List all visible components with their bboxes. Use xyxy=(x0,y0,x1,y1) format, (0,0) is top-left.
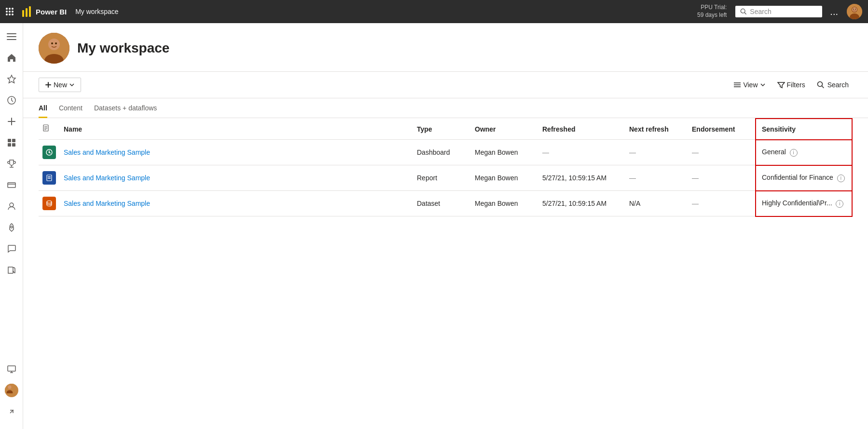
search-button[interactable]: Search xyxy=(813,78,853,92)
row-refreshed: 5/27/21, 10:59:15 AM xyxy=(538,165,625,191)
search-icon xyxy=(817,81,825,89)
svg-point-64 xyxy=(47,201,52,203)
info-icon[interactable]: i xyxy=(790,149,798,157)
col-header-name: Name xyxy=(60,119,413,140)
row-type: Dataset xyxy=(413,191,471,216)
sidebar-item-deploy[interactable] xyxy=(2,218,21,237)
col-header-sensitivity: Sensitivity xyxy=(756,119,852,140)
topbar-search[interactable]: Search xyxy=(735,6,822,17)
table-row: Sales and Marketing Sample Dataset Megan… xyxy=(39,191,852,216)
svg-rect-13 xyxy=(7,39,16,40)
row-sensitivity: General i xyxy=(756,140,852,165)
col-header-refreshed: Refreshed xyxy=(538,119,625,140)
sidebar-item-menu[interactable] xyxy=(2,27,21,46)
sidebar xyxy=(0,23,23,429)
workspace-title: My workspace xyxy=(77,40,169,56)
row-owner: Megan Bowen xyxy=(471,140,538,165)
svg-point-27 xyxy=(11,226,13,228)
tab-datasets[interactable]: Datasets + dataflows xyxy=(94,98,157,118)
row-next-refresh: — xyxy=(625,140,688,165)
svg-rect-11 xyxy=(7,33,16,34)
row-refreshed: — xyxy=(538,140,625,165)
svg-rect-12 xyxy=(7,36,16,37)
tab-content[interactable]: Content xyxy=(59,98,83,118)
col-header-type: Type xyxy=(413,119,471,140)
user-avatar-topbar[interactable] xyxy=(847,4,862,19)
info-icon[interactable]: i xyxy=(836,200,843,208)
svg-rect-53 xyxy=(48,176,51,177)
row-name[interactable]: Sales and Marketing Sample xyxy=(60,191,413,216)
svg-rect-18 xyxy=(8,139,11,142)
app-logo[interactable]: Power BI xyxy=(21,6,67,17)
row-next-refresh: N/A xyxy=(625,191,688,216)
svg-rect-2 xyxy=(29,6,31,17)
row-next-refresh: — xyxy=(625,165,688,191)
new-button[interactable]: New xyxy=(39,78,81,92)
plus-icon xyxy=(45,81,52,88)
sidebar-item-expand[interactable] xyxy=(2,402,21,421)
search-icon-topbar xyxy=(740,8,747,15)
app-name: Power BI xyxy=(36,8,67,16)
view-label: View xyxy=(743,81,758,89)
svg-point-35 xyxy=(48,39,60,50)
svg-rect-20 xyxy=(8,143,11,147)
topbar-search-label: Search xyxy=(750,8,771,15)
tabs: All Content Datasets + dataflows xyxy=(23,98,868,118)
sidebar-item-create[interactable] xyxy=(2,112,21,131)
svg-point-10 xyxy=(855,9,856,10)
row-endorsement: — xyxy=(688,191,756,216)
row-name[interactable]: Sales and Marketing Sample xyxy=(60,165,413,191)
sidebar-item-apps[interactable] xyxy=(2,133,21,152)
row-icon-cell xyxy=(39,165,60,191)
row-refreshed: 5/27/21, 10:59:15 AM xyxy=(538,191,625,216)
svg-marker-14 xyxy=(8,75,15,83)
row-name[interactable]: Sales and Marketing Sample xyxy=(60,140,413,165)
workspace-name-topbar: My workspace xyxy=(75,8,118,15)
svg-rect-28 xyxy=(8,366,15,371)
sidebar-item-home[interactable] xyxy=(2,48,21,67)
row-endorsement: — xyxy=(688,165,756,191)
grid-menu-icon[interactable] xyxy=(6,8,14,15)
sidebar-item-profile[interactable] xyxy=(2,381,21,400)
dataset-icon xyxy=(42,197,56,210)
toolbar: New View Filters Search xyxy=(23,72,868,98)
svg-point-26 xyxy=(10,203,14,207)
search-label: Search xyxy=(827,81,849,89)
chevron-down-icon xyxy=(69,82,75,88)
row-icon-cell xyxy=(39,191,60,216)
sidebar-item-recent[interactable] xyxy=(2,91,21,110)
svg-line-4 xyxy=(745,13,746,14)
col-header-endorsement: Endorsement xyxy=(688,119,756,140)
row-sensitivity: Confidential for Finance i xyxy=(756,165,852,191)
col-header-icon xyxy=(39,119,60,140)
sidebar-item-leaderboard[interactable] xyxy=(2,154,21,174)
info-icon[interactable]: i xyxy=(837,174,845,182)
view-button[interactable]: View xyxy=(730,78,769,92)
content-table: Name Type Owner Refreshed Next refresh E… xyxy=(23,118,868,217)
view-chevron-icon xyxy=(760,82,766,88)
tab-all[interactable]: All xyxy=(39,98,47,118)
row-sensitivity: Highly Confidential\Pr... i xyxy=(756,191,852,216)
power-bi-icon xyxy=(21,6,32,17)
row-owner: Megan Bowen xyxy=(471,165,538,191)
main-content: My workspace New View Filters Search xyxy=(23,23,868,429)
row-owner: Megan Bowen xyxy=(471,191,538,216)
svg-rect-1 xyxy=(26,8,28,17)
report-icon xyxy=(42,171,56,185)
sidebar-item-workspaces[interactable] xyxy=(2,175,21,195)
row-icon-cell xyxy=(39,140,60,165)
filters-button[interactable]: Filters xyxy=(773,78,809,92)
svg-point-38 xyxy=(55,42,57,44)
sidebar-item-chat[interactable] xyxy=(2,239,21,258)
sidebar-item-people[interactable] xyxy=(2,197,21,216)
more-options-button[interactable]: ... xyxy=(830,6,838,17)
svg-rect-17 xyxy=(8,121,15,122)
row-endorsement: — xyxy=(688,140,756,165)
row-type: Dashboard xyxy=(413,140,471,165)
sidebar-item-monitor[interactable] xyxy=(2,360,21,379)
svg-rect-19 xyxy=(12,139,15,142)
sidebar-item-favorites[interactable] xyxy=(2,69,21,89)
col-header-next-refresh: Next refresh xyxy=(625,119,688,140)
sidebar-item-learn[interactable] xyxy=(2,260,21,280)
table-row: Sales and Marketing Sample Dashboard Meg… xyxy=(39,140,852,165)
